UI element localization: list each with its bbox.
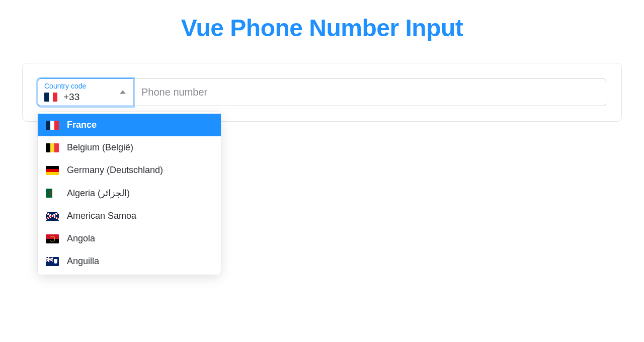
caret-up-icon <box>120 91 126 94</box>
country-option[interactable]: Germany (Deutschland) <box>38 159 221 182</box>
country-option-label: France <box>67 120 97 130</box>
country-option-label: Belgium (België) <box>67 142 133 153</box>
country-code-select[interactable]: Country code +33 <box>38 78 133 106</box>
country-flag-icon <box>46 189 59 198</box>
component-card: Country code +33 FranceBelgium (België)G… <box>22 63 622 122</box>
page-title: Vue Phone Number Input <box>0 14 644 42</box>
country-code-value: +33 <box>44 92 128 103</box>
country-option[interactable]: Angola <box>38 227 221 250</box>
country-flag-icon <box>46 257 59 266</box>
country-flag-icon <box>46 234 59 243</box>
country-option-label: Angola <box>67 233 95 244</box>
country-option-label: Germany (Deutschland) <box>67 165 163 176</box>
country-flag-icon <box>46 166 59 175</box>
country-option[interactable]: Belgium (België) <box>38 136 221 159</box>
country-dropdown: FranceBelgium (België)Germany (Deutschla… <box>38 112 221 275</box>
country-option[interactable]: Anguilla <box>38 250 221 273</box>
country-option[interactable]: American Samoa <box>38 205 221 227</box>
phone-number-input[interactable] <box>141 87 598 98</box>
country-flag-icon <box>46 143 59 152</box>
country-option-label: Algeria (الجزائر) <box>67 188 130 199</box>
country-option[interactable]: Algeria (الجزائر) <box>38 182 221 205</box>
country-option-label: Anguilla <box>67 256 99 267</box>
phone-number-field-wrap <box>133 78 606 106</box>
country-option[interactable]: France <box>38 114 221 136</box>
country-flag-icon <box>46 212 59 221</box>
country-code-label: Country code <box>44 82 128 91</box>
selected-country-flag-icon <box>44 93 57 102</box>
country-option-label: American Samoa <box>67 211 136 221</box>
selected-country-code: +33 <box>63 92 79 103</box>
phone-input-row: Country code +33 FranceBelgium (België)G… <box>38 78 606 106</box>
country-flag-icon <box>46 121 59 130</box>
